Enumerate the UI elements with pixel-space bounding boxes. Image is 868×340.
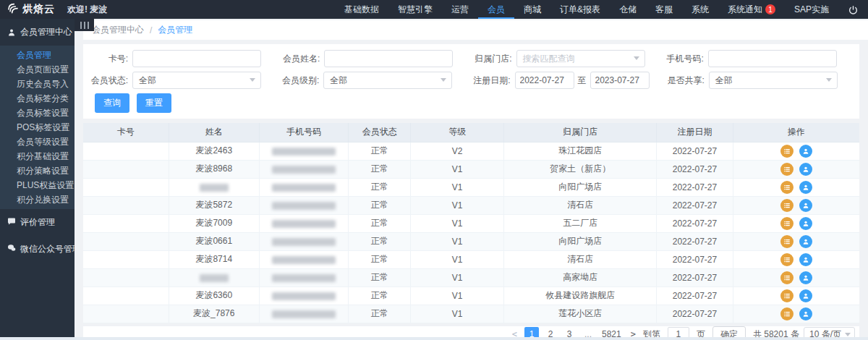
detail-action-button[interactable]: [780, 307, 793, 320]
table-column-header: 归属门店: [504, 123, 657, 142]
nav-item[interactable]: 系统通知1: [718, 0, 785, 19]
sidebar-section-label: 会员管理中心: [20, 26, 72, 38]
breadcrumb-current[interactable]: 会员管理: [158, 24, 192, 36]
nav-item[interactable]: 会员: [478, 0, 514, 19]
reset-button[interactable]: 重置: [137, 93, 171, 113]
sidebar-section[interactable]: 评价管理: [0, 209, 75, 236]
table-column-header: 手机号码: [260, 123, 349, 142]
member-action-button[interactable]: [799, 235, 812, 248]
nav-item[interactable]: SAP实施: [785, 0, 838, 19]
search-button[interactable]: 查询: [95, 93, 129, 113]
cell-status: 正常: [349, 286, 411, 305]
detail-action-button[interactable]: [780, 199, 793, 212]
nav-item[interactable]: 商城: [514, 0, 550, 19]
nav-item[interactable]: 仓储: [610, 0, 646, 19]
sidebar-item[interactable]: POS标签设置: [0, 120, 75, 135]
nav-item-label: SAP实施: [794, 4, 829, 16]
sidebar-item[interactable]: 会员管理: [0, 48, 75, 62]
cell-store: 贺家土（新店）: [504, 160, 657, 178]
cell-phone: [260, 286, 349, 305]
member-action-button[interactable]: [799, 199, 812, 212]
nav-item[interactable]: 智慧引擎: [388, 0, 442, 19]
cell-actions: [733, 142, 859, 160]
redacted-phone: [272, 238, 336, 246]
redacted-phone: [272, 220, 336, 228]
detail-action-button[interactable]: [780, 289, 793, 302]
table-column-header: 等级: [411, 123, 504, 142]
sidebar-item[interactable]: 积分基础设置: [0, 149, 75, 163]
member-action-button[interactable]: [799, 271, 812, 284]
member-name-input[interactable]: [324, 50, 453, 67]
nav-item[interactable]: 运营: [442, 0, 478, 19]
nav-item-label: 订单&报表: [560, 4, 600, 16]
detail-action-button[interactable]: [780, 235, 793, 248]
cell-actions: [733, 250, 859, 268]
comment-icon: [7, 217, 16, 228]
card-no-input[interactable]: [132, 50, 261, 67]
level-select[interactable]: 全部: [323, 72, 452, 89]
member-action-button[interactable]: [799, 307, 812, 320]
sidebar-item[interactable]: 会员等级设置: [0, 135, 75, 149]
detail-action-button[interactable]: [780, 253, 793, 266]
sidebar-item[interactable]: 积分兑换设置: [0, 192, 75, 207]
cell-phone: [260, 268, 349, 286]
cell-date: 2022-07-27: [657, 142, 733, 160]
nav-item-label: 运营: [451, 4, 469, 16]
sidebar-section-label: 评价管理: [20, 216, 55, 229]
cell-status: 正常: [349, 268, 411, 286]
store-select[interactable]: 搜索匹配查询: [516, 50, 645, 67]
member-action-button[interactable]: [799, 289, 812, 302]
cell-name: [169, 268, 260, 286]
cell-card-no: [83, 268, 169, 286]
redacted-phone: [272, 148, 336, 156]
detail-action-button[interactable]: [780, 145, 793, 158]
detail-action-button[interactable]: [780, 271, 793, 284]
status-select-value: 全部: [139, 75, 156, 87]
sidebar-item[interactable]: 积分策略设置: [0, 163, 75, 178]
sidebar-item[interactable]: 会员标签分类: [0, 91, 75, 106]
table-header-row: 卡号姓名手机号码会员状态等级归属门店注册日期操作: [83, 123, 859, 142]
cell-card-no: [83, 250, 169, 268]
level-label: 会员级别:: [278, 75, 323, 87]
detail-action-button[interactable]: [780, 181, 793, 194]
logout-power-icon[interactable]: [848, 5, 858, 14]
sidebar-item[interactable]: 历史会员导入: [0, 77, 75, 91]
share-label: 是否共享:: [664, 75, 709, 87]
member-action-button[interactable]: [799, 163, 812, 176]
nav-item[interactable]: 系统: [682, 0, 718, 19]
nav-item[interactable]: 客服: [646, 0, 682, 19]
member-action-button[interactable]: [799, 181, 812, 194]
cell-card-no: [83, 305, 169, 323]
cell-level: V1: [411, 305, 504, 323]
app-title: 烘焙云: [22, 3, 55, 16]
sidebar-item[interactable]: 会员标签设置: [0, 106, 75, 120]
chevron-down-icon: [634, 56, 639, 60]
member-table-card: 卡号姓名手机号码会员状态等级归属门店注册日期操作 麦波2463正常V2珠江花园店…: [83, 123, 859, 323]
sidebar-section[interactable]: 微信公众号管理: [0, 236, 75, 263]
sidebar-item[interactable]: PLUS权益设置: [0, 178, 75, 192]
nav-item[interactable]: 基础数据: [335, 0, 388, 19]
share-select[interactable]: 全部: [709, 72, 838, 89]
date-from-input[interactable]: [515, 72, 574, 89]
date-to-input[interactable]: [590, 72, 650, 89]
cell-name: 麦波6360: [169, 286, 260, 305]
cell-phone: [260, 305, 349, 323]
sidebar-section-member-center[interactable]: 会员管理中心: [0, 19, 75, 46]
sidebar-collapse-toggle[interactable]: [75, 19, 94, 31]
detail-action-button[interactable]: [780, 217, 793, 230]
member-action-button[interactable]: [799, 145, 812, 158]
chevron-down-icon: [845, 333, 851, 336]
cell-level: V1: [411, 232, 504, 250]
cell-status: 正常: [349, 232, 411, 250]
detail-action-button[interactable]: [780, 163, 793, 176]
member-action-button[interactable]: [799, 217, 812, 230]
nav-item[interactable]: 订单&报表: [550, 0, 610, 19]
nav-item-label: 会员: [488, 4, 505, 16]
cell-date: 2022-07-27: [657, 232, 733, 250]
sidebar-item[interactable]: 会员页面设置: [0, 62, 75, 77]
cell-store: 珠江花园店: [504, 142, 657, 160]
phone-input[interactable]: [708, 50, 837, 67]
status-select[interactable]: 全部: [132, 72, 261, 89]
member-action-button[interactable]: [799, 253, 812, 266]
redacted-phone: [272, 310, 336, 318]
